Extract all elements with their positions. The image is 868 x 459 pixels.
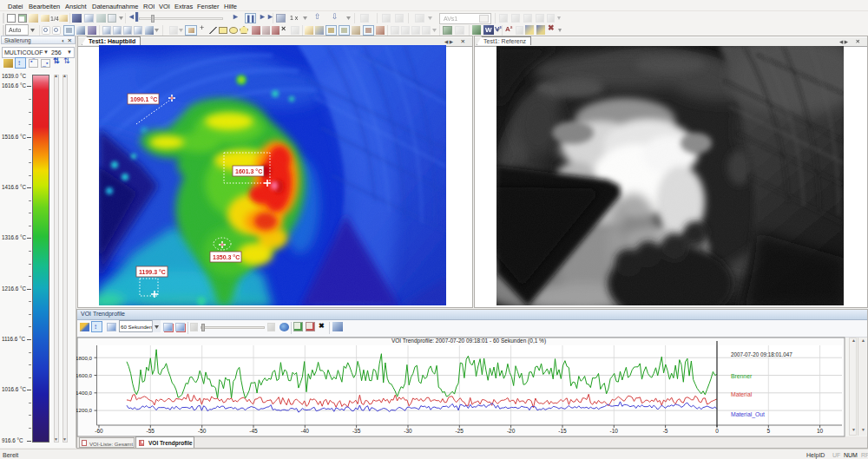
svg-text:5: 5 — [766, 428, 770, 434]
svg-text:1800,0: 1800,0 — [76, 355, 93, 361]
svg-text:-45: -45 — [249, 428, 258, 434]
svg-text:1090.1 °C: 1090.1 °C — [130, 96, 157, 102]
svg-text:1350.3 °C: 1350.3 °C — [213, 254, 240, 260]
svg-text:Brenner: Brenner — [731, 373, 753, 379]
svg-text:-60: -60 — [95, 428, 103, 434]
svg-text:-30: -30 — [404, 428, 412, 434]
svg-text:1601.3 °C: 1601.3 °C — [235, 168, 262, 174]
svg-text:VOI Trendprofile: 2007-07-20 0: VOI Trendprofile: 2007-07-20 09:18:01 - … — [391, 338, 546, 344]
svg-text:-50: -50 — [198, 428, 207, 434]
svg-text:Material_Out: Material_Out — [731, 411, 765, 418]
svg-text:0: 0 — [715, 428, 719, 434]
svg-text:-55: -55 — [147, 428, 155, 434]
svg-text:-15: -15 — [558, 428, 567, 434]
svg-text:Material: Material — [731, 391, 753, 397]
svg-text:-10: -10 — [610, 428, 619, 434]
svg-text:-5: -5 — [663, 428, 668, 434]
svg-text:1199.3 °C: 1199.3 °C — [139, 269, 166, 275]
svg-text:-20: -20 — [507, 428, 516, 434]
svg-text:-35: -35 — [352, 428, 361, 434]
svg-text:1200,0: 1200,0 — [76, 407, 93, 413]
svg-text:-25: -25 — [456, 428, 464, 434]
svg-text:2007-07-20 09:18:01.047: 2007-07-20 09:18:01.047 — [731, 351, 792, 357]
svg-text:10: 10 — [817, 428, 824, 434]
svg-text:1400,0: 1400,0 — [76, 390, 93, 396]
svg-text:1600,0: 1600,0 — [76, 372, 93, 378]
svg-text:-40: -40 — [301, 428, 310, 434]
